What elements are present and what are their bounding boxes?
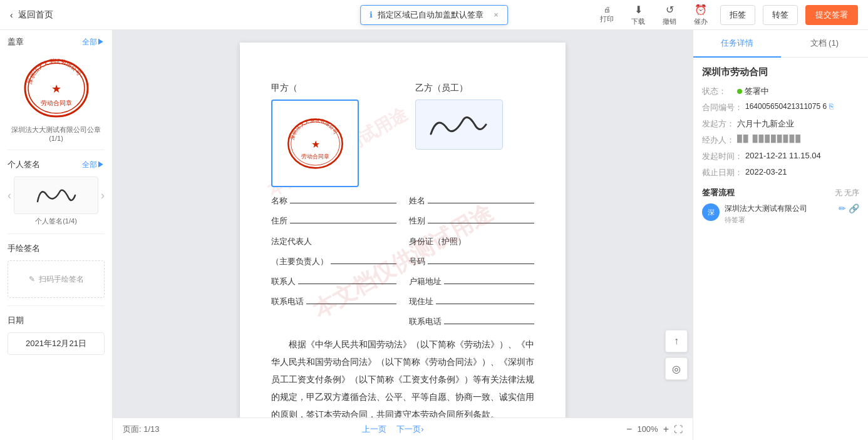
submit-button[interactable]: 提交签署 bbox=[805, 5, 858, 25]
party-a: 甲方（ ★ 深圳法大大测试有限公司 劳动合同章 bbox=[271, 80, 390, 187]
id-label: 身份证（护照） bbox=[409, 237, 466, 246]
sig-box[interactable] bbox=[14, 177, 98, 214]
status-label: 状态： bbox=[702, 86, 735, 97]
doc-sig-section: 甲方（ ★ 深圳法大大测试有限公司 劳动合同章 bbox=[271, 80, 534, 187]
flow-link-icon[interactable]: 🔗 bbox=[849, 203, 859, 213]
main-rep-field[interactable] bbox=[331, 262, 396, 264]
reject-button[interactable]: 拒签 bbox=[720, 5, 755, 25]
phone2-field[interactable] bbox=[444, 322, 534, 324]
company-sig-box[interactable]: ★ 深圳法大大测试有限公司 劳动合同章 bbox=[271, 100, 359, 187]
id-num-label: 号码 bbox=[409, 254, 425, 269]
recall-icon: ↺ bbox=[666, 4, 674, 16]
notification-text: 指定区域已自动加盖默认签章 bbox=[378, 9, 483, 21]
party-b: 乙方（员工） bbox=[415, 80, 534, 187]
personal-sig-area: ‹ › 个人签名(1/4) bbox=[0, 174, 112, 231]
back-arrow-icon: ‹ bbox=[10, 10, 13, 20]
stamp-all-link[interactable]: 全部▶ bbox=[82, 37, 105, 48]
deadline-label: 截止日期： bbox=[702, 167, 743, 178]
urge-button[interactable]: ⏰ 催办 bbox=[689, 1, 713, 29]
next-page-button[interactable]: 下一页› bbox=[396, 424, 423, 435]
current-addr-field[interactable] bbox=[436, 302, 534, 304]
handwriting-header: 手绘签名 bbox=[0, 237, 112, 258]
right-panel-content: 深圳市劳动合同 状态： 签署中 合同编号： 164005650421311075… bbox=[693, 58, 868, 440]
contract-no-value: 164005650421311075 6 ⎘ bbox=[745, 102, 859, 111]
contract-title: 深圳市劳动合同 bbox=[702, 66, 859, 78]
download-button[interactable]: ⬇ 下载 bbox=[626, 1, 650, 29]
target-button[interactable]: ◎ bbox=[665, 357, 688, 380]
tab-document[interactable]: 文档 (1) bbox=[781, 30, 869, 58]
contact-field[interactable] bbox=[298, 282, 396, 284]
svg-text:劳动合同章: 劳动合同章 bbox=[41, 100, 72, 106]
notification-banner: ℹ 指定区域已自动加盖默认签章 × bbox=[360, 5, 508, 25]
zoom-in-button[interactable]: + bbox=[663, 424, 669, 435]
party-b-label: 乙方（员工） bbox=[415, 80, 534, 96]
household-field[interactable] bbox=[444, 282, 534, 284]
contract-no-label: 合同编号： bbox=[702, 102, 743, 113]
svg-text:深圳法大大测试有限公司: 深圳法大大测试有限公司 bbox=[26, 58, 82, 84]
contract-no-text: 164005650421311075 6 bbox=[745, 102, 827, 111]
tab-task-details[interactable]: 任务详情 bbox=[693, 30, 781, 58]
transfer-button[interactable]: 转签 bbox=[763, 5, 798, 25]
info-icon: ℹ bbox=[369, 10, 373, 19]
footer-nav: 上一页 下一页› bbox=[362, 424, 423, 435]
notification-area: ℹ 指定区域已自动加盖默认签章 × bbox=[360, 5, 508, 25]
flow-section-header: 签署流程 无 无序 bbox=[702, 187, 859, 198]
doc-scroll-area[interactable]: 本文档仅供测试用途 本文档仅供测试用途 本文档仅供测试用途 本文档仅供测试用途 bbox=[113, 30, 693, 417]
download-label: 下载 bbox=[631, 17, 645, 26]
prev-page-button[interactable]: 上一页 bbox=[362, 424, 386, 435]
sig-next-arrow[interactable]: › bbox=[101, 189, 105, 202]
copy-icon[interactable]: ⎘ bbox=[829, 102, 834, 111]
employee-sig-box[interactable] bbox=[415, 100, 503, 150]
doc-page: 本文档仅供测试用途 本文档仅供测试用途 甲方（ ★ bbox=[240, 43, 566, 417]
status-value: 签署中 bbox=[737, 86, 859, 97]
close-icon[interactable]: × bbox=[493, 10, 499, 19]
sig-prev-arrow[interactable]: ‹ bbox=[8, 189, 11, 202]
fullscreen-icon[interactable]: ⛶ bbox=[674, 424, 683, 434]
phone-field[interactable] bbox=[306, 302, 396, 304]
personal-all-link[interactable]: 全部▶ bbox=[82, 160, 105, 170]
main-rep-label: （主要负责人） bbox=[271, 254, 328, 269]
company-stamp-label: 深圳法大大测试有限公司公章(1/1) bbox=[8, 125, 105, 142]
company-stamp[interactable]: ★ 深圳法大大测试有限公司 劳动合同章 bbox=[22, 54, 91, 123]
gender-label: 性别 bbox=[409, 213, 425, 228]
recall-button[interactable]: ↺ 撤销 bbox=[658, 1, 681, 29]
scroll-up-button[interactable]: ↑ bbox=[665, 330, 688, 352]
right-panel: 任务详情 文档 (1) 深圳市劳动合同 状态： 签署中 合同编号： 164005… bbox=[693, 30, 868, 440]
id-num-field[interactable] bbox=[428, 262, 534, 264]
form-left-col: 名称 住所 法定代表人 （主要负责人） bbox=[271, 193, 396, 334]
gender-field[interactable] bbox=[428, 222, 534, 223]
surname-label: 姓名 bbox=[409, 193, 425, 208]
deadline-row: 截止日期： 2022-03-21 bbox=[702, 167, 859, 178]
back-button[interactable]: ‹ 返回首页 bbox=[10, 9, 53, 21]
zoom-level: 100% bbox=[637, 424, 658, 434]
target-icon: ◎ bbox=[672, 363, 681, 375]
flow-avatar-text: 深 bbox=[708, 208, 715, 217]
flow-edit-icon[interactable]: ✏ bbox=[839, 203, 846, 213]
phone-label: 联系电话 bbox=[271, 294, 304, 309]
personal-sig-label: 个人签名 bbox=[8, 159, 40, 170]
zoom-out-button[interactable]: − bbox=[626, 424, 632, 435]
name-field[interactable] bbox=[290, 202, 396, 203]
scan-handwriting-button[interactable]: ✎ 扫码手绘签名 bbox=[8, 260, 105, 298]
doc-float-buttons: ↑ ◎ bbox=[665, 330, 688, 380]
print-button[interactable]: 🖨 打印 bbox=[595, 3, 619, 26]
download-icon: ⬇ bbox=[634, 4, 643, 16]
flow-company: 深圳法大大测试有限公司 bbox=[725, 203, 834, 214]
surname-field[interactable] bbox=[428, 202, 534, 203]
deadline-value: 2022-03-21 bbox=[745, 167, 859, 177]
address-field[interactable] bbox=[290, 222, 396, 223]
page-info: 页面: 1/13 bbox=[123, 424, 160, 435]
flow-status: 待签署 bbox=[725, 215, 834, 225]
scan-icon: ✎ bbox=[29, 275, 35, 284]
name-label: 名称 bbox=[271, 193, 287, 208]
handwriting-label: 手绘签名 bbox=[8, 243, 40, 254]
contract-no-row: 合同编号： 164005650421311075 6 ⎘ bbox=[702, 102, 859, 113]
stamp-area: ★ 深圳法大大测试有限公司 劳动合同章 深圳法大大测试有限公司公章(1/1) bbox=[0, 51, 112, 147]
form-area: 名称 住所 法定代表人 （主要负责人） bbox=[271, 193, 534, 334]
current-addr-label: 现住址 bbox=[409, 294, 433, 309]
operator-value: ██ ████████ bbox=[737, 135, 859, 142]
flow-info: 深圳法大大测试有限公司 待签署 bbox=[725, 203, 834, 225]
toolbar-right: 🖨 打印 ⬇ 下载 ↺ 撤销 ⏰ 催办 拒签 转签 提交签署 bbox=[595, 1, 858, 29]
footer-zoom: − 100% + ⛶ bbox=[626, 424, 683, 435]
date-value[interactable]: 2021年12月21日 bbox=[8, 332, 105, 355]
